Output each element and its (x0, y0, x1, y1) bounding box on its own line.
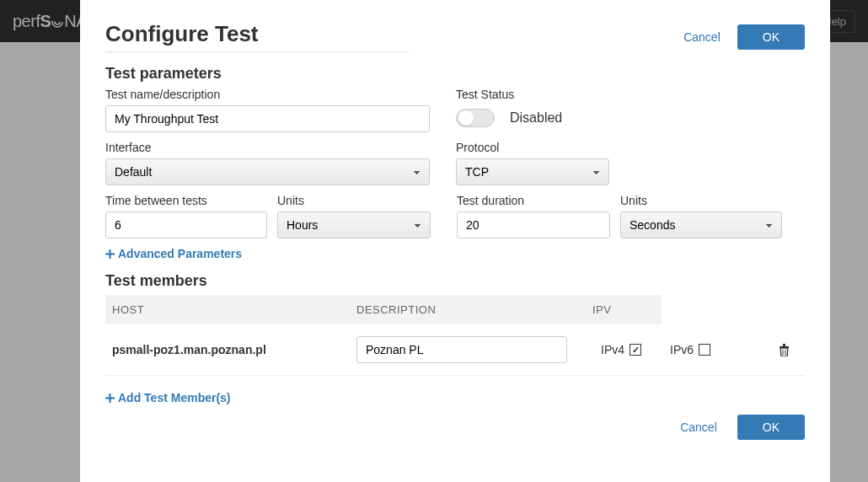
test-name-input[interactable] (105, 105, 430, 132)
interface-select[interactable]: Default (105, 158, 430, 185)
member-description-input[interactable] (356, 336, 567, 363)
col-ipv: IPV (592, 303, 655, 316)
modal-top-actions: Cancel OK (683, 24, 805, 50)
modal-title: Configure Test (105, 21, 259, 46)
ipv-group: IPv4 IPv6 (601, 343, 710, 356)
trash-icon (779, 344, 790, 356)
member-host: psmall-poz1.man.poznan.pl (112, 343, 356, 356)
protocol-label: Protocol (456, 141, 609, 154)
ok-button-bottom[interactable]: OK (737, 415, 805, 440)
duration-label: Test duration (457, 194, 610, 207)
duration-units-select[interactable]: Seconds (620, 212, 782, 238)
advanced-parameters-label: Advanced Parameters (118, 247, 242, 260)
interval-units-select[interactable]: Hours (277, 212, 431, 238)
cancel-link-bottom[interactable]: Cancel (680, 420, 717, 434)
svg-rect-7 (783, 344, 785, 346)
test-status-value: Disabled (510, 110, 562, 126)
add-test-member-link[interactable]: Add Test Member(s) (105, 391, 805, 404)
duration-units-label: Units (620, 194, 782, 207)
test-name-label: Test name/description (105, 88, 430, 101)
advanced-parameters-link[interactable]: Advanced Parameters (105, 247, 805, 260)
plus-icon (105, 249, 115, 259)
duration-input[interactable] (457, 212, 610, 238)
test-members-heading: Test members (105, 272, 805, 290)
col-description: DESCRIPTION (356, 303, 592, 316)
members-table-header: HOST DESCRIPTION IPV (105, 295, 662, 324)
interval-label: Time between tests (105, 194, 267, 207)
ok-button-top[interactable]: OK (737, 24, 805, 50)
table-row: psmall-poz1.man.poznan.pl IPv4 IPv6 (105, 324, 805, 376)
add-test-member-label: Add Test Member(s) (118, 391, 231, 404)
ipv4-label: IPv4 (601, 343, 624, 356)
interval-input[interactable] (105, 212, 267, 238)
svg-rect-5 (105, 253, 115, 254)
configure-test-modal: Configure Test Cancel OK Test parameters… (80, 0, 830, 482)
ipv6-label: IPv6 (670, 343, 694, 356)
ipv4-checkbox[interactable] (630, 344, 641, 356)
interval-units-label: Units (277, 194, 431, 207)
delete-member-button[interactable] (779, 344, 790, 356)
cancel-link-top[interactable]: Cancel (683, 30, 721, 44)
protocol-select[interactable]: TCP (456, 158, 609, 185)
svg-rect-11 (105, 397, 115, 399)
modal-footer: Cancel OK (105, 404, 805, 457)
plus-icon (105, 394, 115, 403)
test-status-toggle[interactable] (456, 109, 495, 127)
col-host: HOST (112, 303, 356, 316)
interface-label: Interface (105, 141, 430, 154)
test-parameters-heading: Test parameters (105, 65, 805, 83)
ipv6-checkbox[interactable] (699, 344, 710, 356)
test-status-label: Test Status (456, 88, 709, 101)
modal-header: Configure Test Cancel OK (105, 21, 805, 52)
